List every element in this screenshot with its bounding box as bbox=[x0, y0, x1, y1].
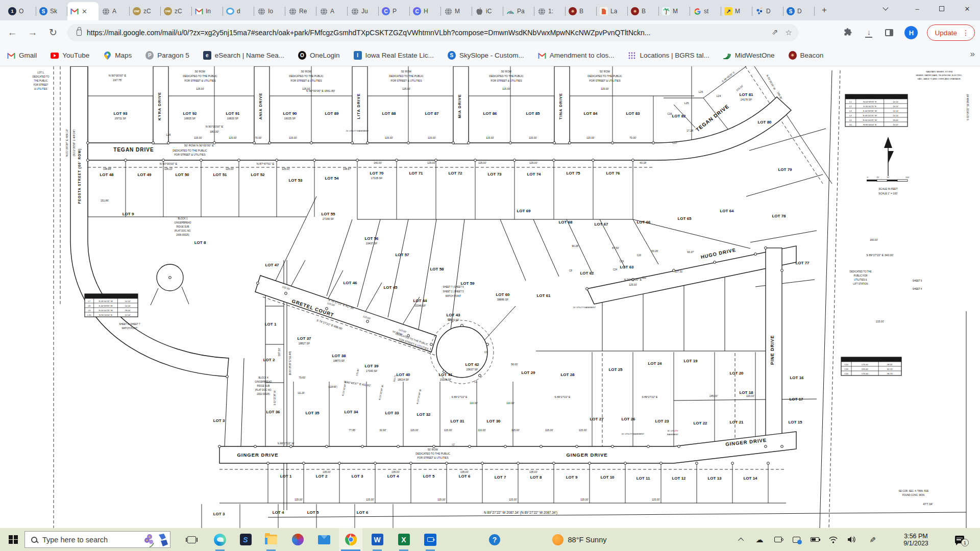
url-text[interactable]: https://mail.google.com/mail/u/0/?zx=xg2… bbox=[87, 29, 765, 37]
svg-text:LOT 2: LOT 2 bbox=[316, 474, 328, 479]
notification-center[interactable]: 1 bbox=[947, 528, 972, 551]
forward-button[interactable]: → bbox=[24, 24, 41, 41]
tab[interactable]: CH bbox=[410, 2, 441, 20]
svg-text:LOT 33: LOT 33 bbox=[385, 411, 399, 415]
svg-text:N 87°47'51" E: N 87°47'51" E bbox=[257, 162, 275, 165]
taskbar-clock[interactable]: 3:56 PM 9/1/2023 bbox=[889, 528, 943, 551]
bookmark-item[interactable]: YouTube bbox=[51, 51, 89, 60]
tab[interactable]: ↗M bbox=[721, 2, 752, 20]
update-button[interactable]: Update ⋮ bbox=[927, 24, 975, 41]
wifi-icon[interactable] bbox=[825, 528, 841, 551]
address-bar[interactable]: https://mail.google.com/mail/u/0/?zx=xg2… bbox=[67, 24, 798, 41]
extensions-icon[interactable] bbox=[844, 28, 852, 38]
svg-text:LOT 90: LOT 90 bbox=[283, 111, 297, 116]
powertoy-taskbar-button[interactable]: S bbox=[234, 528, 257, 551]
onedrive-icon[interactable]: ☁ bbox=[751, 528, 768, 551]
back-button[interactable]: ← bbox=[4, 24, 20, 41]
edge-taskbar-button[interactable] bbox=[208, 528, 232, 551]
bookmark-item[interactable]: ☀Beacon bbox=[789, 51, 824, 60]
tab[interactable]: d bbox=[223, 2, 254, 20]
word-taskbar-button[interactable]: W bbox=[365, 528, 389, 551]
svg-text:LOT 30: LOT 30 bbox=[486, 419, 501, 423]
help-taskbar-button[interactable]: ? bbox=[483, 528, 506, 551]
bookmark-item[interactable]: MidWestOne bbox=[723, 51, 775, 60]
new-tab-button[interactable]: + bbox=[818, 4, 831, 17]
bookmark-item[interactable]: Gmail bbox=[7, 51, 37, 60]
office-taskbar-button[interactable] bbox=[286, 528, 309, 551]
maximize-icon[interactable] bbox=[930, 0, 953, 17]
tab[interactable]: M bbox=[441, 2, 472, 20]
side-panel-icon[interactable] bbox=[885, 29, 893, 36]
weather-widget[interactable]: 88°F Sunny bbox=[541, 528, 618, 551]
screen-share-icon[interactable] bbox=[788, 528, 804, 551]
svg-text:50' ROW: 50' ROW bbox=[301, 70, 311, 73]
bookmark-star-icon[interactable]: ☆ bbox=[786, 28, 792, 37]
pen-icon[interactable]: ✎ bbox=[864, 528, 881, 551]
taskbar-search-box[interactable]: Type here to search bbox=[24, 531, 170, 548]
bookmark-item[interactable]: PParagon 5 bbox=[145, 51, 189, 60]
chrome-taskbar-button[interactable] bbox=[339, 528, 362, 551]
tab[interactable]: A bbox=[316, 2, 348, 20]
snip-taskbar-button[interactable] bbox=[419, 528, 442, 551]
minimize-icon[interactable]: – bbox=[905, 0, 929, 17]
tab[interactable]: D bbox=[752, 2, 783, 20]
tab[interactable]: iC bbox=[472, 2, 503, 20]
svg-text:18873 SF: 18873 SF bbox=[333, 359, 345, 362]
svg-text:N 90°00'00" E: N 90°00'00" E bbox=[160, 162, 178, 165]
tab[interactable]: ☀B bbox=[566, 2, 597, 20]
tab[interactable]: 1O bbox=[5, 2, 36, 20]
download-icon[interactable]: ↓ bbox=[865, 29, 873, 37]
svg-text:110.00': 110.00' bbox=[506, 402, 514, 405]
svg-text:DIST: DIST bbox=[125, 295, 130, 298]
bookmark-item[interactable]: Locations | BGRS tal... bbox=[628, 51, 709, 60]
tab-close-icon[interactable]: ✕ bbox=[82, 8, 87, 15]
svg-text:115.00': 115.00' bbox=[545, 429, 553, 432]
svg-text:50' ROW: 50' ROW bbox=[401, 70, 411, 73]
tab-title: zC bbox=[175, 8, 182, 15]
tab[interactable]: ONEzC bbox=[161, 2, 192, 20]
beacon-icon: ☀ bbox=[569, 7, 577, 15]
battery-icon[interactable] bbox=[806, 528, 823, 551]
tab[interactable]: ONEzC bbox=[130, 2, 161, 20]
svg-text:LOT 91: LOT 91 bbox=[226, 111, 240, 116]
bookmark-item[interactable]: Amendment to clos... bbox=[538, 51, 615, 60]
start-button[interactable] bbox=[4, 528, 22, 551]
device-cast-icon[interactable] bbox=[770, 528, 786, 551]
word-icon: W bbox=[372, 534, 383, 545]
tab-active[interactable]: ✕ bbox=[67, 2, 99, 20]
tab[interactable]: Ju bbox=[348, 2, 379, 20]
tab-search-chevron-icon[interactable] bbox=[874, 0, 897, 17]
bookmarks-overflow-icon[interactable]: » bbox=[970, 49, 975, 59]
svg-text:N 33°20'26" W: N 33°20'26" W bbox=[766, 74, 776, 90]
bookmark-item[interactable]: Maps bbox=[103, 51, 132, 60]
explorer-taskbar-button[interactable] bbox=[259, 528, 283, 551]
tab[interactable]: Re bbox=[285, 2, 316, 20]
share-icon[interactable]: ⇗ bbox=[772, 28, 778, 37]
tab[interactable]: ☀B bbox=[628, 2, 659, 20]
bookmark-item[interactable]: SSkySlope - Custom... bbox=[448, 51, 524, 60]
tab-title: zC bbox=[143, 8, 151, 15]
profile-avatar[interactable]: H bbox=[904, 26, 918, 39]
tab[interactable]: In bbox=[192, 2, 223, 20]
tab[interactable]: st bbox=[690, 2, 721, 20]
mail-taskbar-button[interactable] bbox=[312, 528, 336, 551]
taskview-taskbar-button[interactable] bbox=[180, 528, 203, 551]
tab[interactable]: 1: bbox=[534, 2, 566, 20]
bookmark-item[interactable]: IIowa Real Estate Lic... bbox=[354, 51, 434, 60]
tab[interactable]: Io bbox=[254, 2, 285, 20]
bookmark-item[interactable]: eeSearch | Name Sea... bbox=[203, 51, 284, 60]
svg-text:50' ROW: 50' ROW bbox=[501, 70, 511, 73]
tab[interactable]: M bbox=[659, 2, 690, 20]
excel-taskbar-button[interactable]: X bbox=[392, 528, 415, 551]
close-window-icon[interactable]: ✕ bbox=[955, 0, 979, 17]
tab[interactable]: CP bbox=[379, 2, 410, 20]
volume-icon[interactable] bbox=[843, 528, 861, 551]
tab[interactable]: Pa bbox=[503, 2, 534, 20]
bookmark-item[interactable]: OOneLogin bbox=[298, 51, 340, 60]
tab[interactable]: SSk bbox=[36, 2, 67, 20]
reload-button[interactable]: ↻ bbox=[45, 24, 61, 41]
tray-expand-icon[interactable] bbox=[734, 528, 749, 551]
tab[interactable]: A bbox=[99, 2, 130, 20]
tab[interactable]: SD bbox=[783, 2, 815, 20]
tab[interactable]: La bbox=[597, 2, 628, 20]
